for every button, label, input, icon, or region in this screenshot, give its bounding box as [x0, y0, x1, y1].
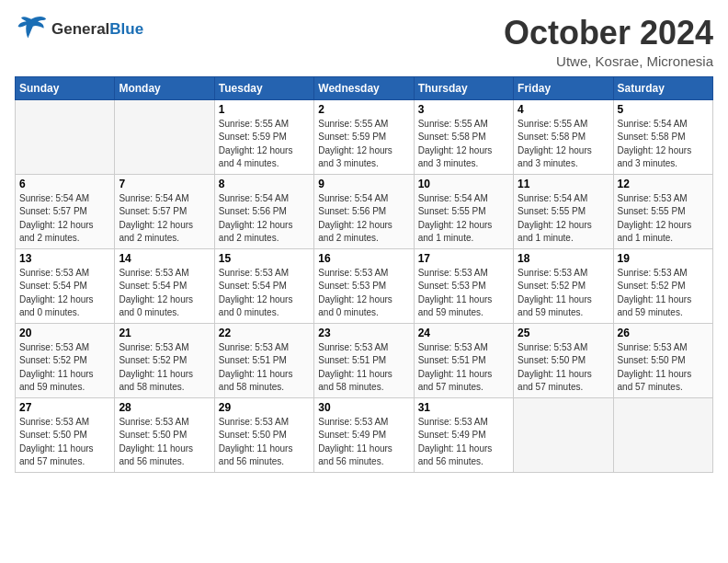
- day-number: 27: [19, 401, 110, 414]
- day-detail: Sunrise: 5:53 AMSunset: 5:51 PMDaylight:…: [318, 341, 409, 395]
- calendar-week-3: 13Sunrise: 5:53 AMSunset: 5:54 PMDayligh…: [16, 248, 713, 323]
- month-title: October 2024: [504, 15, 713, 52]
- calendar-day-cell: 13Sunrise: 5:53 AMSunset: 5:54 PMDayligh…: [16, 248, 115, 323]
- day-number: 8: [219, 178, 310, 190]
- calendar-week-5: 27Sunrise: 5:53 AMSunset: 5:50 PMDayligh…: [16, 397, 713, 472]
- day-number: 28: [119, 401, 210, 414]
- day-detail: Sunrise: 5:53 AMSunset: 5:54 PMDaylight:…: [119, 267, 210, 320]
- day-detail: Sunrise: 5:54 AMSunset: 5:56 PMDaylight:…: [318, 192, 409, 246]
- weekday-header-thursday: Thursday: [414, 76, 513, 99]
- calendar-week-4: 20Sunrise: 5:53 AMSunset: 5:52 PMDayligh…: [16, 323, 713, 397]
- calendar-day-cell: [115, 99, 214, 174]
- day-number: 9: [318, 178, 409, 190]
- calendar-day-cell: 21Sunrise: 5:53 AMSunset: 5:52 PMDayligh…: [115, 323, 214, 397]
- calendar-week-1: 1Sunrise: 5:55 AMSunset: 5:59 PMDaylight…: [16, 99, 713, 174]
- calendar-day-cell: 7Sunrise: 5:54 AMSunset: 5:57 PMDaylight…: [115, 174, 214, 248]
- day-detail: Sunrise: 5:53 AMSunset: 5:50 PMDaylight:…: [119, 416, 210, 469]
- day-number: 22: [219, 327, 310, 339]
- calendar-day-cell: 25Sunrise: 5:53 AMSunset: 5:50 PMDayligh…: [514, 323, 613, 397]
- calendar-day-cell: 9Sunrise: 5:54 AMSunset: 5:56 PMDaylight…: [314, 174, 414, 248]
- day-detail: Sunrise: 5:55 AMSunset: 5:58 PMDaylight:…: [518, 118, 609, 171]
- day-detail: Sunrise: 5:55 AMSunset: 5:59 PMDaylight:…: [219, 118, 310, 171]
- logo: GeneralBlue: [15, 15, 143, 44]
- calendar-day-cell: 20Sunrise: 5:53 AMSunset: 5:52 PMDayligh…: [16, 323, 115, 397]
- calendar-day-cell: 16Sunrise: 5:53 AMSunset: 5:53 PMDayligh…: [314, 248, 414, 323]
- day-number: 23: [318, 327, 409, 339]
- calendar-day-cell: 3Sunrise: 5:55 AMSunset: 5:58 PMDaylight…: [414, 99, 513, 174]
- day-detail: Sunrise: 5:53 AMSunset: 5:53 PMDaylight:…: [318, 267, 409, 320]
- weekday-header-row: SundayMondayTuesdayWednesdayThursdayFrid…: [16, 76, 713, 99]
- day-detail: Sunrise: 5:54 AMSunset: 5:57 PMDaylight:…: [119, 192, 210, 246]
- day-detail: Sunrise: 5:53 AMSunset: 5:49 PMDaylight:…: [318, 416, 409, 469]
- day-number: 26: [618, 327, 709, 339]
- calendar-week-2: 6Sunrise: 5:54 AMSunset: 5:57 PMDaylight…: [16, 174, 713, 248]
- calendar-day-cell: 23Sunrise: 5:53 AMSunset: 5:51 PMDayligh…: [314, 323, 414, 397]
- calendar-day-cell: 30Sunrise: 5:53 AMSunset: 5:49 PMDayligh…: [314, 397, 414, 472]
- calendar-day-cell: 28Sunrise: 5:53 AMSunset: 5:50 PMDayligh…: [115, 397, 214, 472]
- calendar-day-cell: 15Sunrise: 5:53 AMSunset: 5:54 PMDayligh…: [214, 248, 313, 323]
- weekday-header-saturday: Saturday: [613, 76, 712, 99]
- calendar-day-cell: [514, 397, 613, 472]
- calendar-day-cell: 12Sunrise: 5:53 AMSunset: 5:55 PMDayligh…: [613, 174, 712, 248]
- calendar-day-cell: 5Sunrise: 5:54 AMSunset: 5:58 PMDaylight…: [613, 99, 712, 174]
- title-block: October 2024 Utwe, Kosrae, Micronesia: [504, 15, 713, 69]
- day-number: 19: [618, 252, 709, 265]
- day-number: 30: [318, 401, 409, 414]
- weekday-header-monday: Monday: [115, 76, 214, 99]
- weekday-header-tuesday: Tuesday: [214, 76, 313, 99]
- day-detail: Sunrise: 5:53 AMSunset: 5:51 PMDaylight:…: [418, 341, 509, 395]
- calendar-body: 1Sunrise: 5:55 AMSunset: 5:59 PMDaylight…: [16, 99, 713, 472]
- day-detail: Sunrise: 5:54 AMSunset: 5:56 PMDaylight:…: [219, 192, 310, 246]
- calendar-day-cell: 27Sunrise: 5:53 AMSunset: 5:50 PMDayligh…: [16, 397, 115, 472]
- day-number: 25: [518, 327, 609, 339]
- day-detail: Sunrise: 5:53 AMSunset: 5:51 PMDaylight:…: [219, 341, 310, 395]
- calendar-table: SundayMondayTuesdayWednesdayThursdayFrid…: [15, 76, 713, 473]
- day-detail: Sunrise: 5:53 AMSunset: 5:53 PMDaylight:…: [418, 267, 509, 320]
- day-number: 31: [418, 401, 509, 414]
- weekday-header-friday: Friday: [514, 76, 613, 99]
- calendar-day-cell: 29Sunrise: 5:53 AMSunset: 5:50 PMDayligh…: [214, 397, 313, 472]
- day-detail: Sunrise: 5:53 AMSunset: 5:55 PMDaylight:…: [618, 192, 709, 246]
- day-number: 16: [318, 252, 409, 265]
- calendar-day-cell: 14Sunrise: 5:53 AMSunset: 5:54 PMDayligh…: [115, 248, 214, 323]
- day-detail: Sunrise: 5:54 AMSunset: 5:57 PMDaylight:…: [19, 192, 110, 246]
- day-detail: Sunrise: 5:53 AMSunset: 5:50 PMDaylight:…: [618, 341, 709, 395]
- day-number: 15: [219, 252, 310, 265]
- location: Utwe, Kosrae, Micronesia: [504, 53, 713, 69]
- day-number: 12: [618, 178, 709, 190]
- day-detail: Sunrise: 5:53 AMSunset: 5:50 PMDaylight:…: [518, 341, 609, 395]
- day-detail: Sunrise: 5:55 AMSunset: 5:58 PMDaylight:…: [418, 118, 509, 171]
- calendar-day-cell: [613, 397, 712, 472]
- day-number: 17: [418, 252, 509, 265]
- day-detail: Sunrise: 5:55 AMSunset: 5:59 PMDaylight:…: [318, 118, 409, 171]
- calendar-day-cell: 17Sunrise: 5:53 AMSunset: 5:53 PMDayligh…: [414, 248, 513, 323]
- calendar-day-cell: 1Sunrise: 5:55 AMSunset: 5:59 PMDaylight…: [214, 99, 313, 174]
- day-number: 4: [518, 103, 609, 116]
- day-detail: Sunrise: 5:53 AMSunset: 5:49 PMDaylight:…: [418, 416, 509, 469]
- day-detail: Sunrise: 5:53 AMSunset: 5:50 PMDaylight:…: [219, 416, 310, 469]
- day-detail: Sunrise: 5:53 AMSunset: 5:54 PMDaylight:…: [219, 267, 310, 320]
- day-detail: Sunrise: 5:53 AMSunset: 5:52 PMDaylight:…: [19, 341, 110, 395]
- day-number: 14: [119, 252, 210, 265]
- logo-icon: [15, 15, 48, 44]
- day-number: 13: [19, 252, 110, 265]
- day-detail: Sunrise: 5:53 AMSunset: 5:50 PMDaylight:…: [19, 416, 110, 469]
- day-detail: Sunrise: 5:54 AMSunset: 5:55 PMDaylight:…: [518, 192, 609, 246]
- calendar-day-cell: [16, 99, 115, 174]
- day-number: 7: [119, 178, 210, 190]
- day-number: 5: [618, 103, 709, 116]
- day-number: 21: [119, 327, 210, 339]
- calendar-day-cell: 24Sunrise: 5:53 AMSunset: 5:51 PMDayligh…: [414, 323, 513, 397]
- calendar-header: SundayMondayTuesdayWednesdayThursdayFrid…: [16, 76, 713, 99]
- day-number: 24: [418, 327, 509, 339]
- calendar-day-cell: 10Sunrise: 5:54 AMSunset: 5:55 PMDayligh…: [414, 174, 513, 248]
- calendar-day-cell: 31Sunrise: 5:53 AMSunset: 5:49 PMDayligh…: [414, 397, 513, 472]
- day-number: 29: [219, 401, 310, 414]
- calendar-day-cell: 8Sunrise: 5:54 AMSunset: 5:56 PMDaylight…: [214, 174, 313, 248]
- day-detail: Sunrise: 5:54 AMSunset: 5:55 PMDaylight:…: [418, 192, 509, 246]
- calendar-day-cell: 18Sunrise: 5:53 AMSunset: 5:52 PMDayligh…: [514, 248, 613, 323]
- calendar-day-cell: 2Sunrise: 5:55 AMSunset: 5:59 PMDaylight…: [314, 99, 414, 174]
- day-detail: Sunrise: 5:53 AMSunset: 5:54 PMDaylight:…: [19, 267, 110, 320]
- calendar-day-cell: 4Sunrise: 5:55 AMSunset: 5:58 PMDaylight…: [514, 99, 613, 174]
- calendar-day-cell: 22Sunrise: 5:53 AMSunset: 5:51 PMDayligh…: [214, 323, 313, 397]
